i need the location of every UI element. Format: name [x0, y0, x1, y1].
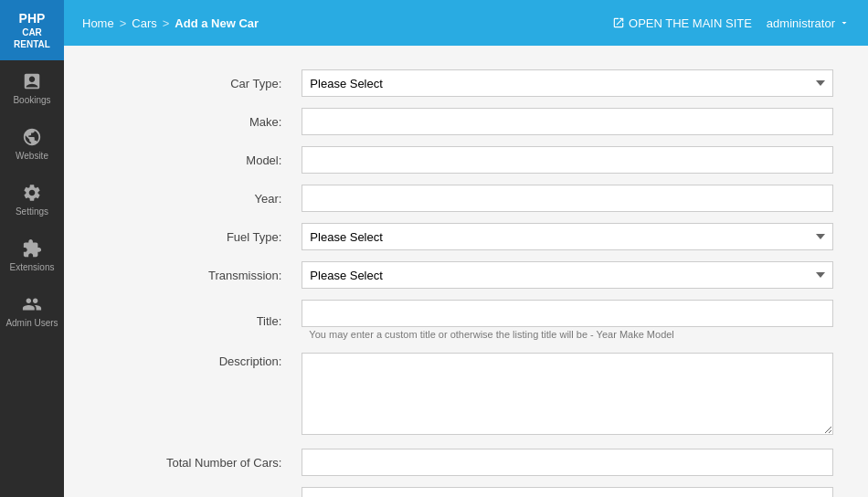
description-textarea[interactable] — [302, 353, 833, 435]
chevron-down-icon — [839, 17, 850, 28]
fuel-type-select[interactable]: Please Select — [302, 223, 833, 250]
year-input[interactable] — [302, 185, 833, 212]
open-main-site-button[interactable]: OPEN THE MAIN SITE — [612, 16, 752, 30]
breadcrumb-sep-1: > — [120, 16, 127, 30]
make-row: Make: — [91, 102, 841, 141]
settings-icon — [22, 183, 42, 203]
year-row: Year: — [91, 179, 841, 217]
fuel-type-label: Fuel Type: — [91, 217, 294, 256]
breadcrumb-cars[interactable]: Cars — [132, 16, 156, 30]
title-hint: You may enter a custom title or otherwis… — [302, 327, 833, 342]
total-cars-row: Total Number of Cars: — [91, 443, 841, 481]
car-type-label: Car Type: — [91, 64, 294, 102]
breadcrumb-sep-2: > — [163, 16, 170, 30]
topnav: Home > Cars > Add a New Car OPEN THE MAI… — [64, 0, 868, 46]
sidebar-item-admin-users[interactable]: Admin Users — [0, 283, 64, 339]
sidebar-website-label: Website — [16, 151, 48, 161]
breadcrumb-current: Add a New Car — [175, 16, 259, 30]
logo-rental: RENTAL — [14, 38, 50, 50]
sidebar-item-settings[interactable]: Settings — [0, 172, 64, 227]
logo-php: PHP — [19, 10, 46, 26]
logo-car: CAR — [22, 26, 42, 38]
description-label: Description: — [91, 347, 294, 443]
title-row: Title: You may enter a custom title or o… — [91, 294, 841, 347]
admin-dropdown[interactable]: administrator — [767, 16, 850, 30]
website-icon — [22, 127, 42, 147]
sidebar-admin-users-label: Admin Users — [5, 318, 58, 328]
admin-label: administrator — [767, 16, 835, 30]
sidebar-settings-label: Settings — [16, 206, 48, 217]
extensions-icon — [22, 238, 42, 259]
price-row: Price ($) : — [91, 481, 841, 497]
add-car-form: Car Type: Please Select Make: Model: — [91, 64, 841, 497]
breadcrumb-home[interactable]: Home — [82, 16, 114, 30]
title-label: Title: — [91, 294, 294, 347]
year-label: Year: — [91, 179, 294, 217]
admin-users-icon — [22, 294, 42, 314]
sidebar-bookings-label: Bookings — [13, 95, 50, 105]
car-type-select[interactable]: Please Select — [302, 69, 833, 97]
total-cars-label: Total Number of Cars: — [91, 443, 294, 481]
sidebar: PHP CAR RENTAL Bookings Website Settings… — [0, 0, 64, 497]
model-row: Model: — [91, 141, 841, 179]
app-logo: PHP CAR RENTAL — [0, 0, 64, 60]
fuel-type-row: Fuel Type: Please Select — [91, 217, 841, 256]
sidebar-item-bookings[interactable]: Bookings — [0, 60, 64, 116]
model-input[interactable] — [302, 146, 833, 174]
sidebar-extensions-label: Extensions — [10, 262, 55, 272]
price-label: Price ($) : — [91, 481, 294, 497]
total-cars-input[interactable] — [302, 449, 833, 476]
model-label: Model: — [91, 141, 294, 179]
open-main-site-label: OPEN THE MAIN SITE — [629, 16, 752, 30]
transmission-select[interactable]: Please Select — [302, 261, 833, 289]
description-row: Description: — [91, 347, 841, 443]
sidebar-item-extensions[interactable]: Extensions — [0, 227, 64, 283]
transmission-row: Transmission: Please Select — [91, 256, 841, 294]
title-input[interactable] — [302, 300, 833, 327]
transmission-label: Transmission: — [91, 256, 294, 294]
make-label: Make: — [91, 102, 294, 141]
car-type-row: Car Type: Please Select — [91, 64, 841, 102]
topnav-right: OPEN THE MAIN SITE administrator — [612, 16, 850, 30]
main-wrapper: Home > Cars > Add a New Car OPEN THE MAI… — [64, 0, 868, 497]
price-input[interactable] — [302, 487, 833, 497]
content-area: Car Type: Please Select Make: Model: — [64, 46, 868, 497]
bookings-icon — [22, 71, 42, 91]
sidebar-item-website[interactable]: Website — [0, 116, 64, 172]
make-input[interactable] — [302, 108, 833, 135]
external-link-icon — [612, 16, 625, 29]
